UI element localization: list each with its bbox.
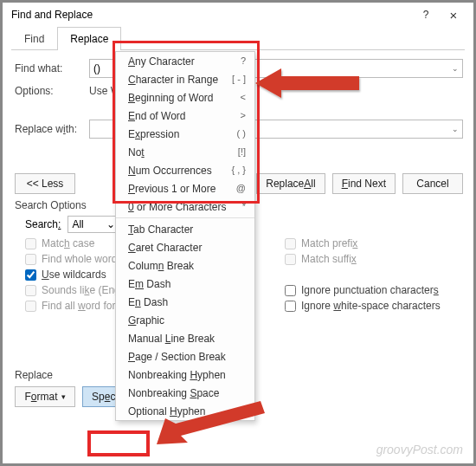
tab-find[interactable]: Find — [11, 27, 57, 50]
menu-item[interactable]: Any Character? — [116, 52, 254, 70]
menu-item[interactable]: Manual Line Break — [116, 329, 254, 347]
cancel-button[interactable]: Cancel — [402, 173, 463, 194]
menu-separator — [116, 217, 254, 218]
help-icon[interactable]: ? — [420, 9, 432, 21]
annotation-box — [87, 430, 150, 456]
menu-item[interactable]: Tab Character — [116, 220, 254, 238]
titlebar: Find and Replace ? × — [3, 3, 473, 27]
menu-item[interactable]: Em Dash — [116, 275, 254, 293]
replace-all-button[interactable]: Replace All — [256, 173, 325, 194]
menu-item[interactable]: Num Occurrences{ , } — [116, 161, 254, 179]
menu-item[interactable]: Optional Hyphen — [116, 402, 254, 420]
check-ignore-ws[interactable]: Ignore white-space characters — [285, 300, 441, 312]
menu-item[interactable]: Nonbreaking Hyphen — [116, 366, 254, 384]
menu-item[interactable]: Column Break — [116, 256, 254, 275]
menu-item[interactable]: Not[!] — [116, 143, 254, 161]
menu-item[interactable]: Caret Character — [116, 238, 254, 256]
chevron-down-icon[interactable]: ⌄ — [452, 125, 459, 133]
menu-item[interactable]: 0 or More Characters* — [116, 197, 254, 216]
special-popup-menu: Any Character?Character in Range[ - ]Beg… — [115, 51, 255, 421]
check-suffix: Match suffix — [285, 253, 441, 265]
watermark: groovyPost.com — [376, 443, 463, 456]
menu-item[interactable]: Graphic — [116, 311, 254, 329]
find-what-label: Find what: — [15, 62, 82, 74]
search-direction-select[interactable]: All ⌄ — [68, 216, 119, 233]
tab-replace[interactable]: Replace — [57, 27, 121, 50]
check-ignore-punct[interactable]: Ignore punctuation characters — [285, 284, 441, 296]
less-button[interactable]: << Less — [15, 173, 75, 194]
options-label: Options: — [15, 85, 82, 97]
menu-item[interactable]: Beginning of Word< — [116, 88, 254, 107]
chevron-down-icon[interactable]: ⌄ — [106, 218, 115, 230]
menu-item[interactable]: Expression( ) — [116, 125, 254, 143]
menu-item[interactable]: Character in Range[ - ] — [116, 70, 254, 88]
tabstrip: Find Replace Go To — [11, 27, 465, 50]
chevron-down-icon[interactable]: ⌄ — [452, 64, 459, 73]
replace-with-label: Replace with: — [15, 123, 82, 135]
close-icon[interactable]: × — [447, 8, 460, 23]
find-next-button[interactable]: Find Next — [332, 173, 396, 194]
menu-item[interactable]: En Dash — [116, 293, 254, 311]
menu-item[interactable]: Nonbreaking Space — [116, 384, 254, 402]
menu-item[interactable]: Previous 1 or More@ — [116, 179, 254, 197]
menu-item[interactable]: End of Word> — [116, 107, 254, 125]
search-direction-label: Search: — [25, 218, 61, 230]
window-title: Find and Replace — [11, 9, 93, 21]
menu-item[interactable]: Page / Section Break — [116, 347, 254, 366]
format-button[interactable]: Format▾ — [15, 386, 75, 407]
check-prefix: Match prefix — [285, 237, 441, 249]
